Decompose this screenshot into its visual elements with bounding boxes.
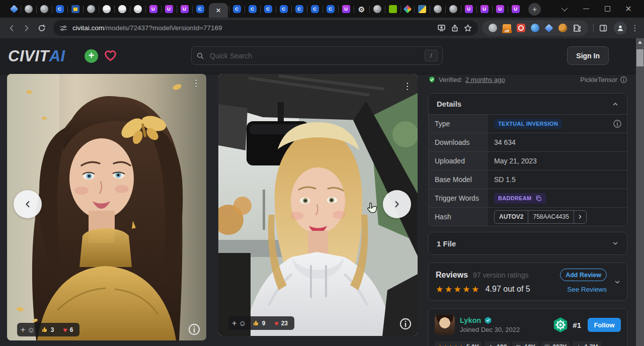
url-bar[interactable]: civitai.com/models/72437?modelVersionId=… <box>53 20 478 36</box>
tab-u[interactable]: U <box>161 1 177 18</box>
tab-globe[interactable] <box>83 1 99 18</box>
rank-label[interactable]: #1 <box>573 321 581 329</box>
tab-civitai[interactable]: C <box>245 1 260 18</box>
civitai-logo[interactable]: CIVITAI <box>8 47 65 65</box>
tab-civitai[interactable]: C <box>276 1 291 18</box>
like-reaction[interactable]: 9 <box>250 318 269 328</box>
tab-python[interactable] <box>414 1 430 18</box>
extension-blue-globe-icon[interactable] <box>531 24 539 32</box>
files-header[interactable]: 1 File <box>429 232 627 254</box>
tab-u[interactable]: U <box>461 1 476 18</box>
search-bar[interactable]: / <box>191 46 443 65</box>
sign-in-button[interactable]: Sign In <box>567 46 609 65</box>
reviews-chevron-icon[interactable] <box>614 279 621 286</box>
back-button[interactable] <box>4 21 19 36</box>
tab-globe[interactable] <box>445 1 461 18</box>
reload-button[interactable] <box>34 21 49 36</box>
tab-u[interactable]: U <box>338 1 354 18</box>
tab-gear[interactable]: ⚙ <box>354 1 369 18</box>
hash-value[interactable]: 758AAC4435 <box>528 211 573 223</box>
like-reaction[interactable]: 3 <box>38 324 57 335</box>
tab-docs[interactable] <box>67 1 83 18</box>
extension-gem-icon[interactable] <box>545 24 553 32</box>
model-image-1[interactable]: ⋮ +☺ 3 ♥6 <box>7 74 206 340</box>
heart-reaction[interactable]: ♥23 <box>271 318 291 328</box>
support-heart-icon[interactable] <box>104 49 117 62</box>
create-button[interactable]: + <box>85 49 98 63</box>
new-tab-button[interactable]: + <box>528 3 541 16</box>
image-menu-button[interactable]: ⋮ <box>401 80 414 93</box>
tab-globe[interactable] <box>21 1 36 18</box>
tab-civitai[interactable]: C <box>291 1 307 18</box>
hash-expand-button[interactable] <box>574 211 586 223</box>
close-window-button[interactable]: ✕ <box>618 1 639 18</box>
hash-pill[interactable]: AUTOV2758AAC4435 <box>494 210 587 224</box>
creator-name[interactable]: Lykon <box>460 316 481 324</box>
rank-badge-icon[interactable] <box>552 316 569 333</box>
tab-globe[interactable] <box>369 1 385 18</box>
scrollbar-thumb[interactable] <box>636 49 643 66</box>
tab-diamond[interactable] <box>7 1 21 18</box>
tab-u[interactable]: U <box>476 1 492 18</box>
add-reaction-button[interactable]: +☺ <box>232 319 247 327</box>
verified-time-link[interactable]: 2 months ago <box>465 76 505 83</box>
badge-baddream[interactable]: BADDREAM <box>494 193 546 204</box>
restore-button[interactable] <box>597 1 618 18</box>
add-reaction-button[interactable]: +☺ <box>21 325 35 334</box>
details-header[interactable]: Details <box>429 94 627 114</box>
browser-menu-button[interactable]: ⋮ <box>630 24 640 33</box>
tab-u[interactable]: U <box>492 1 508 18</box>
row-info-icon[interactable] <box>613 119 622 128</box>
image-menu-button[interactable]: ⋮ <box>190 77 202 90</box>
tab-close-icon[interactable]: ✕ <box>216 7 221 14</box>
image-info-button[interactable] <box>399 317 412 330</box>
install-app-icon[interactable] <box>437 24 446 32</box>
tab-github[interactable] <box>114 1 130 18</box>
tab-u[interactable]: U <box>145 1 161 18</box>
tab-nvidia[interactable] <box>385 1 400 18</box>
extension-red-icon[interactable] <box>517 24 525 32</box>
tab-civitai[interactable]: C <box>52 1 67 18</box>
heart-reaction[interactable]: ♥6 <box>60 324 76 335</box>
tab-civitai[interactable]: C <box>229 1 245 18</box>
prev-image-button[interactable] <box>14 190 42 218</box>
scroll-up-arrow-icon[interactable] <box>638 41 642 44</box>
badge-textual-inversion[interactable]: TEXTUAL INVERSION <box>494 119 562 129</box>
tab-github[interactable] <box>99 1 114 18</box>
model-image-2[interactable]: ⋮ +☺ 9 ♥23 <box>218 74 418 336</box>
extension-cookie-icon[interactable] <box>558 24 567 32</box>
tab-u[interactable]: U <box>177 1 192 18</box>
forward-button[interactable] <box>19 21 34 36</box>
tab-github[interactable] <box>130 1 145 18</box>
tab-civitai[interactable]: C <box>307 1 323 18</box>
extension-gray-icon[interactable] <box>489 24 497 32</box>
follow-button[interactable]: Follow <box>588 318 621 332</box>
page-scrollbar[interactable] <box>636 38 644 346</box>
extension-off-icon[interactable]: off <box>503 24 511 32</box>
tab-civitai[interactable]: C <box>192 1 208 18</box>
extensions-puzzle-icon[interactable] <box>573 24 582 33</box>
tab-globe[interactable] <box>36 1 52 18</box>
tab-u[interactable]: U <box>508 1 523 18</box>
like-count: 9 <box>262 320 266 327</box>
image-info-button[interactable] <box>188 323 201 336</box>
tab-search-button[interactable] <box>554 1 576 18</box>
tab-prism[interactable] <box>400 1 414 18</box>
tab-civitai[interactable]: C <box>323 1 338 18</box>
copy-icon[interactable] <box>535 195 542 202</box>
tab-globe[interactable] <box>430 1 445 18</box>
side-panel-button[interactable] <box>596 21 611 36</box>
active-tab[interactable]: ✕ <box>209 3 228 18</box>
search-input[interactable] <box>209 51 420 60</box>
browser-profile-avatar[interactable] <box>614 22 627 35</box>
next-image-button[interactable] <box>383 190 411 218</box>
share-icon[interactable] <box>451 24 459 32</box>
bookmark-star-icon[interactable] <box>464 24 472 32</box>
add-review-button[interactable]: Add Review <box>560 269 607 281</box>
site-settings-icon[interactable] <box>59 24 67 32</box>
minimize-button[interactable] <box>576 1 597 18</box>
tab-civitai[interactable]: C <box>260 1 276 18</box>
creator-avatar[interactable] <box>435 315 455 335</box>
format-info-icon[interactable] <box>620 76 627 83</box>
see-reviews-link[interactable]: See Reviews <box>567 286 607 293</box>
